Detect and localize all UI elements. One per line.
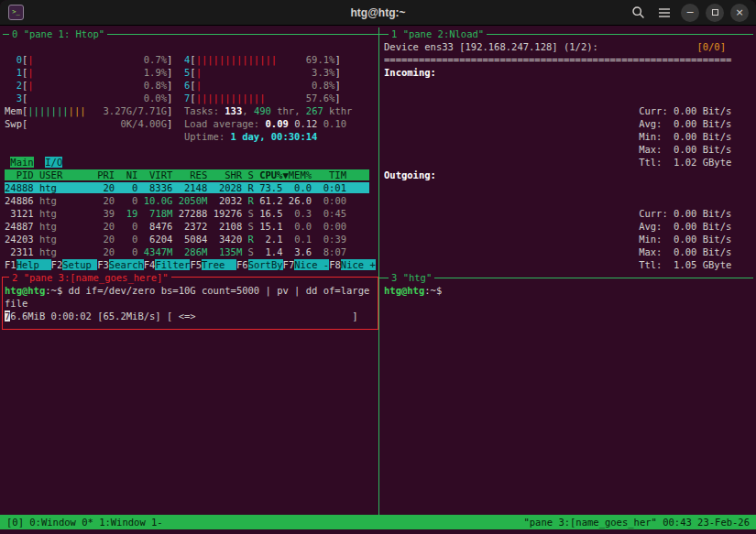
terminal-segment-fkl: Nice + xyxy=(341,259,376,270)
terminal-segment-dim: Tasks: xyxy=(184,105,225,116)
terminal-segment: ] xyxy=(334,93,340,104)
terminal-segment: Curr: 0.00 Bit/s xyxy=(384,208,731,219)
terminal-segment: ========================================… xyxy=(384,54,731,65)
terminal-line: Mem[|||||||||| 3.27G/7.71G] Tasks: 133, … xyxy=(5,104,377,117)
close-button[interactable]: × xyxy=(730,4,749,22)
terminal-segment: Ttl: 1.05 GByte xyxy=(384,259,731,270)
terminal-segment-dim: Uptime: xyxy=(184,131,231,142)
terminal-line: Avg: 0.00 Bit/s xyxy=(384,117,753,130)
terminal-segment: F5 xyxy=(190,259,202,270)
terminal-segment-sel: 24888 htg 20 0 8336 2148 2028 R 73.5 0.0… xyxy=(5,182,369,193)
terminal-segment-grn: 4347M xyxy=(144,246,179,257)
terminal-segment-dim: 1.9% xyxy=(34,67,167,78)
terminal-line: PID USER PRI NI VIRT RES SHR S CPU%▼MEM%… xyxy=(5,169,377,181)
terminal-line: Max: 0.00 Bit/s xyxy=(384,143,753,156)
status-window-list[interactable]: [0] 0:Window 0* 1:Window 1- xyxy=(6,516,163,529)
terminal-segment: 19276 xyxy=(214,208,248,219)
terminal-segment: 15.1 xyxy=(259,221,289,232)
terminal-segment: 2032 xyxy=(214,195,248,206)
pane-border-mid-right xyxy=(378,278,753,278)
terminal-line: Ttl: 1.02 GByte xyxy=(384,156,753,169)
terminal-line xyxy=(384,194,753,207)
htop-pane[interactable]: 0[| 0.7%] 4[|||||||||||||| 69.1%] 1[| 1.… xyxy=(5,40,377,271)
terminal-segment-cyn: 6 xyxy=(172,80,190,91)
terminal-segment: 24203 xyxy=(5,234,39,245)
terminal-segment-dim: S xyxy=(248,208,260,219)
terminal-segment xyxy=(5,131,184,142)
terminal-segment-grn: R xyxy=(248,234,260,245)
terminal-segment-dim: 0.8% xyxy=(34,80,167,91)
close-icon: × xyxy=(735,6,743,18)
terminal-line: Ttl: 1.05 GByte xyxy=(384,258,753,271)
terminal-segment-dim: htg xyxy=(39,195,104,206)
terminal-segment-fkl: Search xyxy=(109,259,144,270)
terminal-segment-yel: [0/0] xyxy=(696,41,726,52)
pane-divider[interactable] xyxy=(378,27,379,515)
terminal-segment-dim: 0.3 xyxy=(289,208,318,219)
terminal-segment xyxy=(598,41,696,52)
minimize-button[interactable]: − xyxy=(681,4,699,22)
terminal-segment: Min: 0.00 Bit/s xyxy=(384,131,731,142)
terminal-segment: 24886 xyxy=(5,195,39,206)
terminal-segment-grn: R xyxy=(248,195,260,206)
terminal-segment: :~$ xyxy=(424,285,442,296)
terminal-segment: Avg: 0.00 Bit/s xyxy=(384,118,731,129)
terminal-line: Swp[ 0K/4.00G] Load average: 0.09 0.12 0… xyxy=(5,117,377,130)
terminal-segment: 2311 xyxy=(5,246,39,257)
terminal-segment-hsel: CPU%▼ xyxy=(259,169,289,180)
terminal-segment-grn: 2050M xyxy=(179,195,214,206)
terminal-segment-dim: 0.7% xyxy=(34,54,167,65)
terminal-segment: Max: 0.00 Bit/s xyxy=(384,246,731,257)
terminal-line: Curr: 0.00 Bit/s xyxy=(384,207,753,220)
idle-shell-pane[interactable]: htg@htg:~$ xyxy=(384,284,753,513)
terminal-segment-dim: 0K/4.00G xyxy=(27,118,167,129)
maximize-button[interactable] xyxy=(706,4,724,22)
terminal-segment-wht: Incoming: xyxy=(384,67,436,78)
terminal-segment-fkl: Nice - xyxy=(294,259,329,270)
nload-pane[interactable]: Device ens33 [192.168.247.128] (1/2): [0… xyxy=(384,40,753,271)
terminal-segment: F3 xyxy=(97,259,109,270)
terminal-line: Uptime: 1 day, 00:30:14 xyxy=(5,130,377,143)
terminal-segment-dim: 69.1% xyxy=(277,54,334,65)
terminal-segment-cyn: 5 xyxy=(172,67,190,78)
terminal-segment-dim: 8:07 xyxy=(317,246,346,257)
terminal-segment: 0.12 xyxy=(294,118,323,129)
terminal-segment-wht: Outgoing: xyxy=(384,169,436,180)
terminal-segment: 3420 xyxy=(219,234,248,245)
terminal-line: Min: 0.00 Bit/s xyxy=(384,233,753,245)
terminal-segment-dim: , xyxy=(242,105,254,116)
terminal-segment: F2 xyxy=(51,259,63,270)
terminal-segment-dim: S xyxy=(248,221,260,232)
terminal-segment-tbm: Main xyxy=(10,157,33,168)
pane-title-nload: 1 "pane 2:Nload" xyxy=(389,27,487,40)
terminal-segment-grn: 718M xyxy=(144,208,179,219)
terminal-line xyxy=(384,92,753,104)
terminal-segment-grn: 10.0G xyxy=(144,195,179,206)
terminal-line: Main I/O xyxy=(5,156,377,169)
terminal-segment xyxy=(384,182,389,193)
terminal-segment-dim: 57.6% xyxy=(266,93,335,104)
terminal-line: htg@htg:~$ xyxy=(384,284,753,297)
terminal-segment-fkl: Filter xyxy=(155,259,190,270)
terminal-segment-dim: 0:00 xyxy=(317,221,346,232)
menu-icon[interactable] xyxy=(654,3,674,23)
terminal-segment: F4 xyxy=(144,259,156,270)
terminal-segment: 3.6 xyxy=(289,246,318,257)
terminal-segment-grn: 19 xyxy=(126,208,144,219)
terminal-line: Max: 0.00 Bit/s xyxy=(384,245,753,258)
terminal-segment-dim: S xyxy=(248,246,260,257)
terminal-segment: 5084 xyxy=(184,234,219,245)
search-icon[interactable] xyxy=(628,3,648,23)
terminal-segment-grn: 490 xyxy=(254,105,271,116)
terminal-segment-fkl: SortBy xyxy=(248,259,283,270)
terminal-segment-wht: 0.09 xyxy=(266,118,295,129)
terminal-line: 24203 htg 20 0 6204 5084 3420 R 2.1 0.1 … xyxy=(5,233,377,245)
terminal-segment-dim: 0.1 xyxy=(289,234,318,245)
terminal-segment xyxy=(5,144,10,155)
maximize-icon xyxy=(712,9,718,16)
terminal-segment: 2108 xyxy=(219,221,248,232)
terminal-segment: 2372 xyxy=(184,221,219,232)
terminal-segment: 2.1 xyxy=(259,234,289,245)
terminal-segment-dim: kthr xyxy=(323,105,353,116)
terminal-segment-grn: 286M xyxy=(179,246,214,257)
